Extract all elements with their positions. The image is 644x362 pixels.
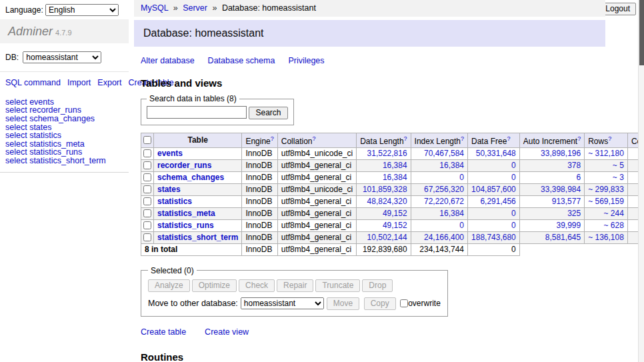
auto-increment-link[interactable]: 33,398,984 (541, 185, 581, 194)
table-link[interactable]: schema_changes (157, 173, 224, 182)
auto-increment-link[interactable]: 39,999 (556, 221, 581, 230)
create-link[interactable]: Create table (141, 327, 186, 337)
data-free-link[interactable]: 50,331,648 (476, 149, 516, 158)
auto-increment-link[interactable]: 8,581,645 (545, 233, 581, 242)
data-length-link[interactable]: 49,152 (383, 209, 407, 218)
selected-action-button[interactable]: Optimize (192, 279, 237, 292)
auto-increment-link[interactable]: 913,577 (552, 197, 581, 206)
row-checkbox[interactable] (143, 185, 151, 193)
column-help-link[interactable]: ? (312, 135, 315, 142)
selected-action-button[interactable]: Drop (362, 279, 393, 292)
sidebar-select-table-link[interactable]: select statistics_short_term (5, 157, 123, 165)
rows-count-link[interactable]: ~ 312,180 (588, 149, 624, 158)
column-help-link[interactable]: ? (507, 135, 510, 142)
overwrite-label[interactable]: overwrite (408, 299, 441, 308)
rows-count-link[interactable]: ~ 628 (604, 221, 624, 230)
rows-count-link[interactable]: ~ 3 (613, 173, 624, 182)
row-checkbox[interactable] (143, 149, 151, 157)
index-length-link[interactable]: 0 (459, 173, 464, 182)
row-checkbox[interactable] (143, 221, 151, 229)
data-free-link[interactable]: 6,291,456 (480, 197, 515, 206)
breadcrumb-mysql-link[interactable]: MySQL (141, 3, 168, 13)
selected-action-button[interactable]: Truncate (315, 279, 360, 292)
move-button[interactable]: Move (327, 297, 359, 310)
rows-count-link[interactable]: ~ 569,159 (588, 197, 624, 206)
search-button[interactable]: Search (249, 107, 287, 119)
database-action-link[interactable]: Privileges (288, 56, 324, 65)
vertical-scrollbar[interactable] (638, 0, 644, 362)
adminer-logo[interactable]: Adminer (8, 25, 53, 38)
index-length-link[interactable]: 0 (459, 221, 464, 230)
index-length-link[interactable]: 70,467,584 (424, 149, 464, 158)
copy-button[interactable]: Copy (364, 297, 396, 310)
index-length-link[interactable]: 72,220,672 (424, 197, 464, 206)
column-help-link[interactable]: ? (461, 135, 464, 142)
auto-increment-link[interactable]: 378 (567, 161, 581, 170)
rows-count-link[interactable]: ~ 5 (613, 161, 624, 170)
breadcrumb-server-link[interactable]: Server (183, 3, 207, 13)
data-length-link[interactable]: 31,522,816 (367, 149, 407, 158)
index-length-link[interactable]: 16,384 (439, 161, 464, 170)
scrollbar-thumb[interactable] (639, 0, 644, 65)
column-help-link[interactable]: ? (577, 135, 581, 142)
data-free-link[interactable]: 188,743,680 (471, 233, 516, 242)
auto-increment-link[interactable]: 325 (567, 209, 581, 218)
sidebar-nav-link[interactable]: Import (67, 78, 91, 87)
db-select[interactable]: homeassistant (23, 51, 101, 63)
auto-increment-link[interactable]: 33,898,196 (541, 149, 581, 158)
sidebar-select-table-link[interactable]: select statistics (5, 131, 123, 140)
search-input[interactable] (147, 106, 247, 119)
data-free-link[interactable]: 0 (511, 173, 516, 182)
data-length-link[interactable]: 16,384 (383, 161, 407, 170)
sidebar-select-table-link[interactable]: select schema_changes (5, 115, 123, 123)
language-select[interactable]: English (45, 4, 119, 16)
selected-action-button[interactable]: Analyze (148, 279, 190, 292)
table-link[interactable]: statistics_short_term (157, 233, 238, 242)
data-free-link[interactable]: 0 (511, 221, 516, 230)
overwrite-checkbox[interactable] (400, 299, 408, 307)
column-help-link[interactable]: ? (271, 135, 274, 142)
row-checkbox[interactable] (143, 161, 151, 169)
data-length-link[interactable]: 48,824,320 (367, 197, 407, 206)
table-link[interactable]: events (157, 149, 183, 158)
rows-count-link[interactable]: ~ 244 (604, 209, 624, 218)
auto-increment-cell: 378 (519, 159, 584, 171)
column-help-link[interactable]: ? (404, 135, 407, 142)
sidebar-nav-link[interactable]: Export (97, 78, 121, 87)
selected-action-button[interactable]: Check (239, 279, 275, 292)
row-checkbox[interactable] (143, 233, 151, 241)
table-link[interactable]: statistics_meta (157, 209, 215, 218)
rows-count-link[interactable]: ~ 136,108 (588, 233, 624, 242)
data-free-link[interactable]: 0 (511, 161, 516, 170)
index-length-link[interactable]: 16,384 (439, 209, 464, 218)
index-length-link[interactable]: 67,256,320 (424, 185, 464, 194)
row-checkbox[interactable] (143, 209, 151, 217)
column-help-link[interactable]: ? (608, 135, 611, 142)
table-link[interactable]: recorder_runs (157, 161, 211, 170)
table-link[interactable]: states (157, 185, 181, 194)
table-link[interactable]: statistics_runs (157, 221, 214, 230)
data-free-cell: 188,743,680 (468, 231, 520, 243)
database-action-link[interactable]: Alter database (141, 56, 195, 65)
table-link[interactable]: statistics (157, 197, 192, 206)
table-row: statistics_short_term InnoDB utf8mb4_gen… (141, 231, 644, 243)
data-free-link[interactable]: 104,857,600 (471, 185, 516, 194)
sort-by-table-link[interactable]: Table (187, 135, 207, 145)
selected-action-button[interactable]: Repair (277, 279, 313, 292)
row-checkbox[interactable] (143, 173, 151, 181)
move-database-select[interactable]: homeassistant (241, 297, 324, 309)
row-checkbox[interactable] (143, 197, 151, 205)
data-length-link[interactable]: 49,152 (383, 221, 407, 230)
select-all-checkbox[interactable] (143, 136, 151, 144)
index-length-link[interactable]: 24,166,400 (424, 233, 464, 242)
create-link[interactable]: Create view (205, 327, 249, 337)
sidebar-nav-link[interactable]: SQL command (5, 78, 61, 87)
data-length-link[interactable]: 10,502,144 (367, 233, 407, 242)
database-action-link[interactable]: Database schema (208, 56, 275, 65)
data-length-link[interactable]: 101,859,328 (363, 185, 407, 194)
data-free-link[interactable]: 0 (511, 209, 516, 218)
column-header-label: Auto Increment (523, 137, 577, 146)
auto-increment-link[interactable]: 6 (576, 173, 581, 182)
rows-count-link[interactable]: ~ 299,833 (588, 185, 624, 194)
data-length-link[interactable]: 16,384 (383, 173, 407, 182)
